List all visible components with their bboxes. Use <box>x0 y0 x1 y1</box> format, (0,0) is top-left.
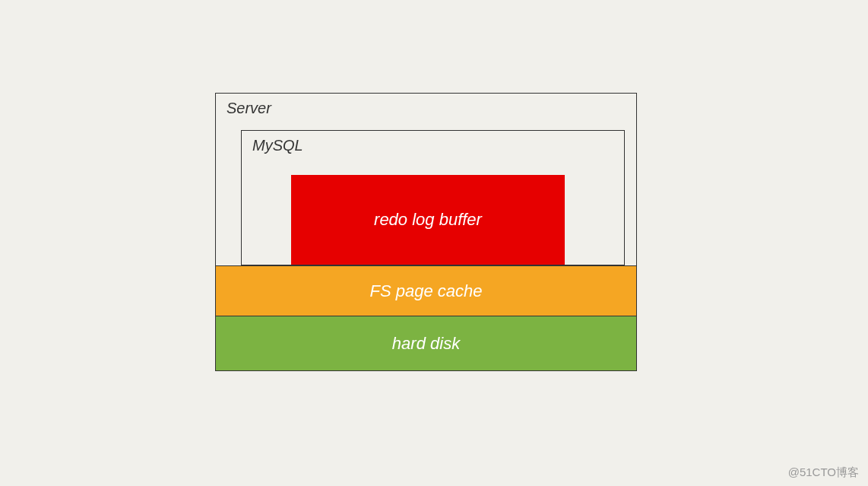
server-box: Server MySQL redo log buffer <box>215 93 637 266</box>
watermark-text: @51CTO博客 <box>788 465 859 480</box>
mysql-box: MySQL redo log buffer <box>241 130 625 265</box>
fs-page-cache-box: FS page cache <box>215 266 637 316</box>
redo-log-buffer-box: redo log buffer <box>291 175 565 265</box>
hard-disk-label: hard disk <box>392 334 460 354</box>
fs-page-cache-label: FS page cache <box>370 281 483 301</box>
server-label: Server <box>227 100 271 117</box>
redo-log-buffer-label: redo log buffer <box>374 210 482 230</box>
architecture-diagram: Server MySQL redo log buffer FS page cac… <box>215 93 637 371</box>
hard-disk-box: hard disk <box>215 316 637 371</box>
mysql-label: MySQL <box>252 137 303 154</box>
